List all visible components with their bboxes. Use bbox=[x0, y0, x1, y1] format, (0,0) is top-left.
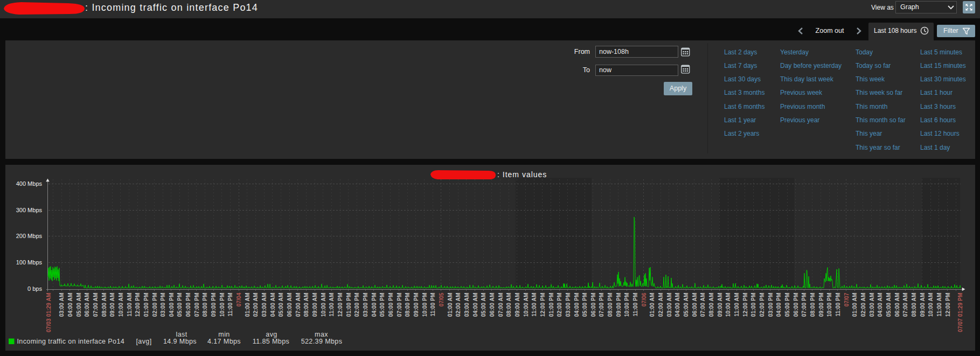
svg-text:07:00 AM: 07:00 AM bbox=[902, 293, 908, 317]
svg-text:07/07: 07/07 bbox=[844, 292, 850, 306]
svg-text:10:00 AM: 10:00 AM bbox=[321, 293, 326, 317]
svg-text:11:00 PM: 11:00 PM bbox=[430, 293, 436, 317]
svg-text:01:00 AM: 01:00 AM bbox=[649, 293, 655, 317]
svg-text:522.39 Mbps: 522.39 Mbps bbox=[301, 338, 343, 345]
svg-text:09:00 AM: 09:00 AM bbox=[920, 293, 926, 317]
svg-text:11:00 PM: 11:00 PM bbox=[835, 293, 841, 317]
svg-text:09:00 AM: 09:00 AM bbox=[515, 293, 520, 317]
svg-text:01:00 PM: 01:00 PM bbox=[143, 293, 149, 317]
svg-text:08:00 AM: 08:00 AM bbox=[303, 293, 309, 317]
svg-text:11:00 AM: 11:00 AM bbox=[531, 292, 537, 316]
svg-text:10:00 PM: 10:00 PM bbox=[624, 293, 630, 317]
svg-text:03:00 AM: 03:00 AM bbox=[261, 293, 267, 317]
svg-text:09:00 AM: 09:00 AM bbox=[109, 293, 115, 317]
svg-text:02:00 PM: 02:00 PM bbox=[354, 293, 360, 317]
svg-text:01:00 PM: 01:00 PM bbox=[548, 293, 554, 317]
svg-text:06:00 AM: 06:00 AM bbox=[489, 293, 495, 317]
svg-text:08:00 PM: 08:00 PM bbox=[405, 293, 411, 317]
svg-text:03:00 PM: 03:00 PM bbox=[768, 293, 774, 317]
svg-text:12:00 PM: 12:00 PM bbox=[540, 293, 546, 317]
svg-text:07:00 PM: 07:00 PM bbox=[801, 293, 807, 317]
svg-text:12:00 PM: 12:00 PM bbox=[337, 293, 343, 317]
svg-text:07:00 AM: 07:00 AM bbox=[93, 293, 99, 317]
svg-text:05:00 AM: 05:00 AM bbox=[683, 293, 689, 317]
svg-text:06:00 AM: 06:00 AM bbox=[692, 293, 698, 317]
svg-text:07:00 PM: 07:00 PM bbox=[599, 293, 604, 317]
svg-text:10:00 AM: 10:00 AM bbox=[118, 293, 124, 317]
svg-text:01:00 AM: 01:00 AM bbox=[447, 293, 453, 317]
svg-text:05:00 PM: 05:00 PM bbox=[784, 293, 790, 317]
svg-text:10:00 AM: 10:00 AM bbox=[928, 293, 934, 317]
svg-text:08:00 PM: 08:00 PM bbox=[607, 293, 613, 317]
svg-text:04:00 PM: 04:00 PM bbox=[169, 293, 175, 317]
svg-text:100 Mbps: 100 Mbps bbox=[16, 259, 43, 266]
svg-text:09:00 PM: 09:00 PM bbox=[211, 293, 217, 317]
svg-text:08:00 PM: 08:00 PM bbox=[202, 293, 208, 317]
svg-text:02:00 PM: 02:00 PM bbox=[152, 293, 158, 317]
svg-text:08:00 AM: 08:00 AM bbox=[911, 293, 917, 317]
svg-text:07/05: 07/05 bbox=[439, 292, 444, 306]
svg-text:11:00 AM: 11:00 AM bbox=[936, 293, 942, 317]
svg-text:06:00 AM: 06:00 AM bbox=[84, 293, 90, 317]
svg-text:11:00 PM: 11:00 PM bbox=[633, 293, 638, 317]
svg-text:04:00 AM: 04:00 AM bbox=[877, 293, 883, 317]
svg-text:[avg]: [avg] bbox=[136, 338, 151, 345]
svg-text:04:00 PM: 04:00 PM bbox=[776, 293, 782, 317]
svg-text:02:00 PM: 02:00 PM bbox=[759, 293, 765, 317]
svg-text:07:00 AM: 07:00 AM bbox=[700, 293, 706, 317]
svg-text:10:00 PM: 10:00 PM bbox=[826, 293, 832, 317]
svg-text:11:00 PM: 11:00 PM bbox=[227, 293, 233, 317]
svg-text:03:00 PM: 03:00 PM bbox=[160, 293, 166, 317]
svg-text:09:00 AM: 09:00 AM bbox=[312, 293, 318, 317]
svg-text:10:00 PM: 10:00 PM bbox=[219, 293, 225, 317]
svg-text:04:00 PM: 04:00 PM bbox=[574, 293, 580, 317]
svg-text:05:00 AM: 05:00 AM bbox=[76, 293, 82, 317]
svg-text:08:00 AM: 08:00 AM bbox=[708, 293, 714, 317]
svg-text:04:00 PM: 04:00 PM bbox=[371, 293, 377, 317]
svg-text:10:00 AM: 10:00 AM bbox=[523, 293, 529, 317]
svg-text:06:00 AM: 06:00 AM bbox=[287, 293, 293, 317]
svg-text:04:00 AM: 04:00 AM bbox=[675, 293, 680, 317]
svg-text:05:00 PM: 05:00 PM bbox=[582, 293, 588, 317]
svg-text:06:00 PM: 06:00 PM bbox=[590, 293, 596, 317]
svg-text:09:00 PM: 09:00 PM bbox=[413, 293, 419, 317]
svg-text:11.85 Mbps: 11.85 Mbps bbox=[253, 338, 289, 345]
svg-text:04:00 AM: 04:00 AM bbox=[67, 293, 73, 317]
svg-text:Incoming traffic on interface: Incoming traffic on interface Po14 bbox=[17, 338, 125, 345]
svg-text:4.17 Mbps: 4.17 Mbps bbox=[207, 338, 241, 345]
svg-text:12:00 PM: 12:00 PM bbox=[742, 293, 748, 317]
svg-text:06:00 AM: 06:00 AM bbox=[894, 293, 900, 317]
svg-text:03:00 AM: 03:00 AM bbox=[869, 293, 875, 317]
svg-text:05:00 PM: 05:00 PM bbox=[379, 293, 385, 317]
svg-text:14.9 Mbps: 14.9 Mbps bbox=[163, 338, 197, 345]
svg-text:07:00 AM: 07:00 AM bbox=[498, 293, 504, 317]
svg-text:: Item values: : Item values bbox=[497, 170, 547, 179]
svg-text:09:00 PM: 09:00 PM bbox=[616, 293, 622, 317]
svg-text:06:00 PM: 06:00 PM bbox=[793, 293, 799, 317]
svg-text:400 Mbps: 400 Mbps bbox=[16, 180, 43, 187]
svg-text:0 bps: 0 bps bbox=[27, 285, 42, 292]
svg-text:08:00 AM: 08:00 AM bbox=[101, 293, 107, 317]
svg-text:03:00 AM: 03:00 AM bbox=[666, 293, 672, 317]
svg-text:07:00 PM: 07:00 PM bbox=[194, 293, 200, 317]
svg-text:02:00 AM: 02:00 AM bbox=[860, 293, 866, 317]
svg-text:01:00 PM: 01:00 PM bbox=[750, 293, 756, 317]
svg-text:11:00 AM: 11:00 AM bbox=[127, 293, 133, 317]
svg-text:05:00 AM: 05:00 AM bbox=[278, 293, 284, 317]
svg-text:08:00 AM: 08:00 AM bbox=[506, 293, 512, 317]
svg-text:01:00 AM: 01:00 AM bbox=[245, 293, 251, 317]
svg-text:300 Mbps: 300 Mbps bbox=[16, 207, 43, 213]
svg-text:11:00 AM: 11:00 AM bbox=[734, 293, 740, 317]
svg-text:05:00 AM: 05:00 AM bbox=[886, 293, 892, 317]
svg-text:10:00 PM: 10:00 PM bbox=[422, 293, 428, 317]
svg-text:03:00 PM: 03:00 PM bbox=[363, 293, 369, 317]
svg-text:07/06: 07/06 bbox=[641, 292, 647, 306]
svg-text:09:00 AM: 09:00 AM bbox=[717, 293, 723, 317]
svg-text:07:00 PM: 07:00 PM bbox=[397, 293, 402, 317]
svg-text:200 Mbps: 200 Mbps bbox=[16, 233, 43, 239]
svg-text:10:00 AM: 10:00 AM bbox=[725, 293, 731, 317]
svg-text:02:00 PM: 02:00 PM bbox=[557, 293, 562, 317]
svg-text:04:00 AM: 04:00 AM bbox=[472, 293, 478, 317]
svg-text:11:00 AM: 11:00 AM bbox=[329, 293, 335, 317]
svg-text:02:00 AM: 02:00 AM bbox=[253, 293, 259, 317]
